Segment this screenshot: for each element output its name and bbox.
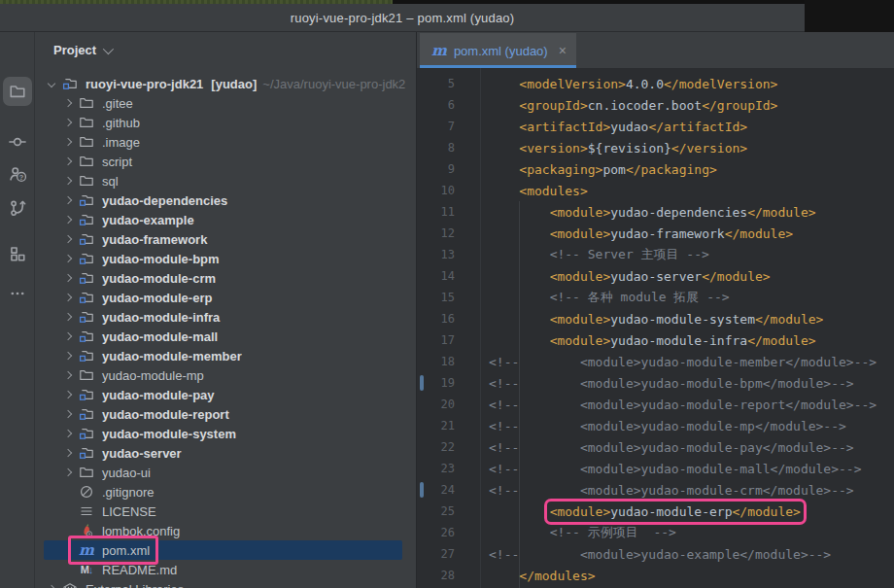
tree-item-yudao-module-system[interactable]: yudao-module-system xyxy=(36,424,416,443)
activity-button-commit[interactable] xyxy=(3,127,32,156)
tree-item-label: yudao-ui xyxy=(99,466,154,480)
code-line-18[interactable]: 18<!-- <module>yudao-module-member</modu… xyxy=(417,351,894,372)
chevron-right-icon[interactable] xyxy=(60,445,76,461)
code-line-12[interactable]: 12 <module>yudao-framework</module> xyxy=(417,223,894,244)
chevron-right-icon[interactable] xyxy=(60,329,76,344)
tree-item-yudao-module-member[interactable]: yudao-module-member xyxy=(36,346,416,365)
project-panel-header[interactable]: Project xyxy=(36,32,416,68)
tree-item-label: ruoyi-vue-pro-jdk21 xyxy=(83,77,206,91)
code-line-14[interactable]: 14 <module>yudao-server</module> xyxy=(417,265,894,287)
chevron-right-icon[interactable] xyxy=(60,173,76,189)
chevron-right-icon[interactable] xyxy=(60,465,76,480)
tree-item-ruoyi-vue-pro-jdk21[interactable]: ruoyi-vue-pro-jdk21[yudao]~/Java/ruoyi-v… xyxy=(36,74,416,93)
chevron-right-icon[interactable] xyxy=(60,270,76,286)
code-line-27[interactable]: 27<!-- <module>yudao-example</module>--> xyxy=(417,543,894,565)
tree-item-yudao-framework[interactable]: yudao-framework xyxy=(36,229,416,249)
chevron-right-icon[interactable] xyxy=(60,251,76,266)
tree-item-yudao-module-mall[interactable]: yudao-module-mall xyxy=(36,327,416,346)
tree-item-lombok-config[interactable]: lombok.config xyxy=(36,521,416,540)
code-line-21[interactable]: 21<!-- <module>yudao-module-mp</module>-… xyxy=(417,415,894,436)
code-line-23[interactable]: 23<!-- <module>yudao-module-mall</module… xyxy=(417,458,894,479)
chevron-down-icon[interactable] xyxy=(44,76,59,91)
tree-item-yudao-example[interactable]: yudao-example xyxy=(36,210,416,229)
activity-button-pull-requests[interactable]: ? xyxy=(3,159,32,189)
tab-close-icon[interactable]: × xyxy=(559,43,567,58)
chevron-right-icon[interactable] xyxy=(60,406,76,422)
activity-button-project-folder[interactable] xyxy=(3,77,32,106)
annotation-highlight-box: <module>yudao-module-erp</module> xyxy=(550,504,801,519)
tree-item-yudao-module-erp[interactable]: yudao-module-erp xyxy=(36,288,416,307)
tree-item-readme-md[interactable]: M↓README.md xyxy=(36,560,416,579)
activity-button-more-tool-windows[interactable] xyxy=(3,279,32,308)
code-line-10[interactable]: 10 <modules> xyxy=(417,180,894,201)
chevron-right-icon[interactable] xyxy=(60,426,76,441)
tree-item-external-libraries[interactable]: External Libraries xyxy=(36,579,416,588)
tree-item-yudao-server[interactable]: yudao-server xyxy=(36,443,416,463)
code-line-20[interactable]: 20<!-- <module>yudao-module-report</modu… xyxy=(417,394,894,415)
code-line-8[interactable]: 8 <version>${revision}</version> xyxy=(417,137,894,158)
project-tree: ruoyi-vue-pro-jdk21[yudao]~/Java/ruoyi-v… xyxy=(36,74,416,588)
tree-item--gitignore[interactable]: .gitignore xyxy=(36,482,416,502)
chevron-right-icon[interactable] xyxy=(60,134,76,150)
chevron-right-icon[interactable] xyxy=(60,348,76,363)
code-line-19[interactable]: 19<!-- <module>yudao-module-bpm</module>… xyxy=(417,372,894,394)
tree-item-yudao-module-report[interactable]: yudao-module-report xyxy=(36,404,416,424)
chevron-right-icon[interactable] xyxy=(60,115,76,130)
code-line-28[interactable]: 28 </modules> xyxy=(417,565,894,586)
tree-item-yudao-module-crm[interactable]: yudao-module-crm xyxy=(36,268,416,288)
tree-item-script[interactable]: script xyxy=(36,152,416,171)
xml-text xyxy=(489,569,519,583)
code-line-5[interactable]: 5 <modelVersion>4.0.0</modelVersion> xyxy=(417,73,894,94)
chevron-right-icon[interactable] xyxy=(60,212,76,227)
code-line-16[interactable]: 16 <module>yudao-module-system</module> xyxy=(417,308,894,329)
tree-item-yudao-module-pay[interactable]: yudao-module-pay xyxy=(36,385,416,404)
code-line-9[interactable]: 9 <packaging>pom</packaging> xyxy=(417,158,894,180)
chevron-right-icon[interactable] xyxy=(60,290,76,305)
module-folder-icon xyxy=(78,250,95,267)
tree-item-label: yudao-example xyxy=(99,213,197,227)
markdown-file-icon: M↓ xyxy=(78,561,95,578)
tree-item--github[interactable]: .github xyxy=(36,113,416,132)
chevron-right-icon[interactable] xyxy=(44,581,59,588)
tree-item-label: lombok.config xyxy=(99,524,183,538)
code-line-7[interactable]: 7 <artifactId>yudao</artifactId> xyxy=(417,116,894,137)
activity-button-git-branch[interactable] xyxy=(3,193,32,223)
chevron-right-icon[interactable] xyxy=(60,192,76,208)
tree-item-yudao-module-infra[interactable]: yudao-module-infra xyxy=(36,307,416,327)
chevron-right-icon[interactable] xyxy=(60,154,76,169)
code-line-26[interactable]: 26 <!-- 示例项目 --> xyxy=(417,522,894,543)
tree-item--image[interactable]: .image xyxy=(36,132,416,152)
chevron-right-icon[interactable] xyxy=(60,231,76,247)
line-text: <module>yudao-module-system</module> xyxy=(489,312,823,327)
window-title: ruoyi-vue-pro-jdk21 – pom.xml (yudao) xyxy=(291,11,515,25)
chevron-right-icon[interactable] xyxy=(60,367,76,383)
code-line-13[interactable]: 13 <!-- Server 主项目 --> xyxy=(417,244,894,265)
chevron-spacer xyxy=(60,503,76,519)
tab-pom-xml[interactable]: m pom.xml (yudao) × xyxy=(420,33,576,68)
activity-button-structure[interactable] xyxy=(3,239,32,268)
line-text: <!-- <module>yudao-module-crm</module>--… xyxy=(489,483,854,498)
tree-item-pom-xml[interactable]: mpom.xml xyxy=(36,540,416,560)
tree-item-yudao-dependencies[interactable]: yudao-dependencies xyxy=(36,190,416,210)
tree-item-yudao-ui[interactable]: yudao-ui xyxy=(36,463,416,482)
code-line-25[interactable]: 25 <module>yudao-module-erp</module> xyxy=(417,501,894,522)
chevron-right-icon[interactable] xyxy=(60,95,76,111)
tree-item-label: yudao-server xyxy=(99,446,185,461)
chevron-right-icon[interactable] xyxy=(60,387,76,402)
tree-item--gitee[interactable]: .gitee xyxy=(36,93,416,113)
folder-icon xyxy=(78,153,95,170)
code-line-11[interactable]: 11 <module>yudao-dependencies</module> xyxy=(417,201,894,223)
tree-item-yudao-module-bpm[interactable]: yudao-module-bpm xyxy=(36,249,416,268)
code-line-6[interactable]: 6 <groupId>cn.iocoder.boot</groupId> xyxy=(417,94,894,116)
code-line-17[interactable]: 17 <module>yudao-module-infra</module> xyxy=(417,329,894,351)
tree-item-license[interactable]: LICENSE xyxy=(36,502,416,521)
tree-item-sql[interactable]: sql xyxy=(36,171,416,190)
chevron-spacer xyxy=(60,542,76,558)
code-editor[interactable]: 5 <modelVersion>4.0.0</modelVersion>6 <g… xyxy=(417,68,894,588)
code-line-15[interactable]: 15 <!-- 各种 module 拓展 --> xyxy=(417,287,894,308)
code-line-24[interactable]: 24<!-- <module>yudao-module-crm</module>… xyxy=(417,479,894,501)
tree-item-yudao-module-mp[interactable]: yudao-module-mp xyxy=(36,365,416,385)
chevron-right-icon[interactable] xyxy=(60,309,76,325)
code-line-22[interactable]: 22<!-- <module>yudao-module-pay</module>… xyxy=(417,436,894,458)
module-folder-icon xyxy=(78,444,95,462)
